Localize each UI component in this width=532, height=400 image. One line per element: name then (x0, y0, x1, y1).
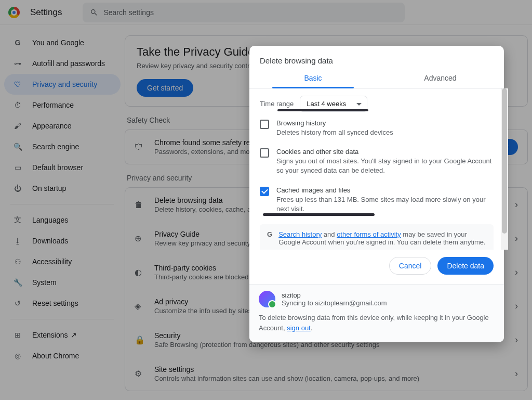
delete-data-button[interactable]: Delete data (437, 257, 494, 275)
avatar (259, 291, 275, 307)
checkbox-cached[interactable]: Cached images and filesFrees up less tha… (260, 186, 494, 214)
checkbox[interactable] (260, 148, 269, 158)
google-g-icon: G (267, 230, 272, 238)
dialog-tabs: Basic Advanced (249, 68, 504, 88)
time-range-label: Time range (260, 100, 294, 108)
cancel-button[interactable]: Cancel (389, 257, 432, 275)
delete-browsing-data-dialog: Delete browsing data Basic Advanced Time… (249, 46, 504, 342)
checkbox[interactable] (260, 187, 269, 196)
dialog-actions: Cancel Delete data (249, 250, 504, 284)
scrollbar[interactable] (501, 88, 508, 250)
tab-basic[interactable]: Basic (249, 68, 377, 88)
account-name: sizitop (282, 291, 387, 299)
dialog-body: Time range Last 4 weeks Browsing history… (249, 88, 504, 250)
link-other-activity[interactable]: other forms of activity (337, 230, 401, 238)
dialog-title: Delete browsing data (249, 46, 504, 68)
info-box: G Search history and other forms of acti… (260, 224, 494, 250)
scrollbar-thumb[interactable] (502, 88, 507, 234)
checkbox[interactable] (260, 120, 269, 129)
dialog-footer: sizitop Syncing to sizitoplearn@gmail.co… (249, 284, 504, 342)
checkbox-cookies[interactable]: Cookies and other site dataSigns you out… (260, 148, 494, 175)
tab-advanced[interactable]: Advanced (377, 68, 504, 88)
checkbox-browsing-history[interactable]: Browsing historyDeletes history from all… (260, 119, 494, 137)
link-sign-out[interactable]: sign out (287, 324, 311, 332)
link-search-history[interactable]: Search history (278, 230, 322, 238)
account-sync: Syncing to sizitoplearn@gmail.com (282, 299, 387, 307)
annotation-mark (263, 213, 375, 216)
annotation-mark (277, 109, 368, 111)
